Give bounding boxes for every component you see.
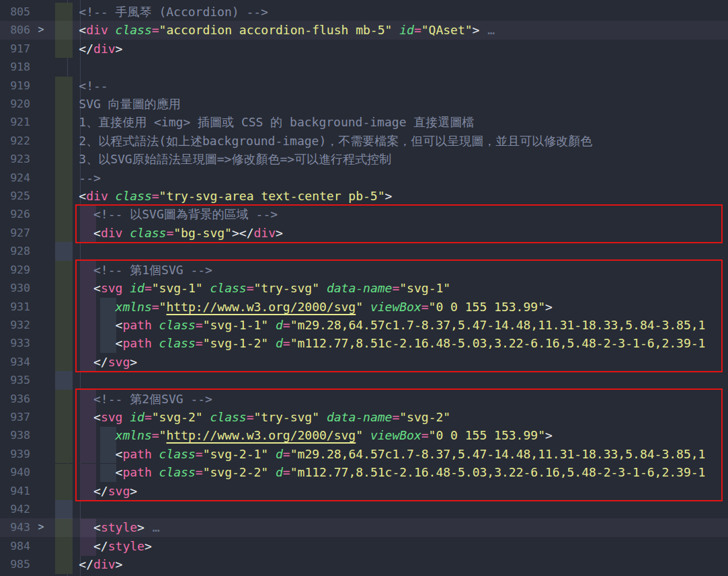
fold-gutter-spacer	[32, 390, 50, 408]
line-number: 935	[0, 371, 32, 389]
code-line[interactable]: 929 <!-- 第1個SVG -->	[0, 261, 728, 279]
token-p: <	[79, 23, 86, 37]
token-s: "svg-2"	[399, 410, 450, 424]
code-editor: 805 <!-- 手風琴 (Accordion) -->806> <div cl…	[0, 0, 728, 576]
code-line[interactable]: 940 <path class="svg-2-2" d="m112.77,8.5…	[0, 463, 728, 481]
code-line[interactable]: 935	[0, 371, 728, 389]
code-line[interactable]: 923 3、以SVG原始語法呈現圖=>修改顏色=>可以進行程式控制	[0, 150, 728, 168]
code-line[interactable]: 926 <!-- 以SVG圖為背景的區域 -->	[0, 205, 728, 223]
token-e: =	[196, 447, 203, 461]
fold-gutter-spacer	[32, 77, 50, 95]
token-x	[363, 428, 370, 442]
code-line[interactable]: 805 <!-- 手風琴 (Accordion) -->	[0, 3, 728, 21]
token-a: viewBox	[370, 300, 421, 314]
token-t: div	[93, 557, 116, 571]
code-line[interactable]: 939 <path class="svg-2-1" d="m29.28,64.5…	[0, 445, 728, 463]
token-s: "m29.28,64.57c1.7-8.37,5.47-14.48,11.31-…	[290, 447, 706, 461]
token-p: <	[116, 465, 123, 479]
token-p: <	[93, 281, 101, 295]
token-e: =	[421, 428, 429, 442]
fold-gutter-spacer	[32, 463, 50, 481]
token-a: d	[276, 318, 283, 332]
code-line[interactable]: 925 <div class="try-svg-area text-center…	[0, 187, 728, 205]
token-t: path	[122, 447, 151, 461]
token-x	[152, 447, 159, 461]
fold-gutter-spacer	[32, 113, 50, 131]
token-x	[319, 410, 327, 424]
line-number: 920	[0, 95, 32, 113]
code-line[interactable]: 920 SVG 向量圖的應用	[0, 95, 728, 113]
code-line[interactable]: 928	[0, 242, 728, 260]
fold-gutter-spacer	[32, 408, 50, 426]
code-line[interactable]: 936 <!-- 第2個SVG -->	[0, 390, 728, 408]
fold-gutter-spacer	[32, 242, 50, 260]
token-x	[152, 465, 159, 479]
token-p: <	[93, 410, 101, 424]
code-text: SVG 向量圖的應用	[50, 95, 728, 113]
fold-gutter-spacer	[32, 537, 50, 555]
token-e: =	[152, 189, 159, 203]
fold-chevron-icon[interactable]: >	[32, 21, 50, 39]
token-a: class	[159, 447, 196, 461]
token-c: 2、以程式語法(如上述background-image)，不需要檔案，但可以呈現…	[79, 134, 592, 148]
token-s: "m112.77,8.51c-2.16.48-5.03,3.22-6.16,5.…	[290, 465, 706, 479]
code-line[interactable]: 932 <path class="svg-1-1" d="m29.28,64.5…	[0, 316, 728, 334]
code-line[interactable]: 938 xmlns="http://www.w3.org/2000/svg" v…	[0, 426, 728, 444]
code-text: 3、以SVG原始語法呈現圖=>修改顏色=>可以進行程式控制	[50, 150, 728, 168]
code-line[interactable]: 985 </div>	[0, 555, 728, 573]
token-t: div	[93, 42, 116, 56]
code-line[interactable]: 924 -->	[0, 169, 728, 187]
token-x	[152, 318, 159, 332]
code-line[interactable]: 927 <div class="bg-svg"></div>	[0, 224, 728, 242]
code-text: <div class="try-svg-area text-center pb-…	[50, 187, 728, 205]
token-a: class	[159, 336, 196, 350]
code-line[interactable]: 921 1、直接使用 <img> 插圖或 CSS 的 background-im…	[0, 113, 728, 131]
token-a: data-name	[327, 410, 393, 424]
token-e: =	[421, 300, 429, 314]
code-text: <path class="svg-1-2" d="m112.77,8.51c-2…	[50, 334, 728, 352]
code-line[interactable]: 984 </style>	[0, 537, 728, 555]
token-e: =	[152, 428, 159, 442]
line-number: 943	[0, 518, 32, 536]
code-line[interactable]: 934 </svg>	[0, 353, 728, 371]
token-s: "svg-2"	[152, 410, 203, 424]
line-number: 932	[0, 316, 32, 334]
code-line[interactable]: 919 <!--	[0, 77, 728, 95]
line-number: 806	[0, 21, 32, 39]
token-e: =	[283, 318, 290, 332]
code-area[interactable]: 805 <!-- 手風琴 (Accordion) -->806> <div cl…	[0, 0, 728, 576]
code-line[interactable]: 943> <style> …	[0, 518, 728, 536]
code-line[interactable]: 937 <svg id="svg-2" class="try-svg" data…	[0, 408, 728, 426]
token-s: "m112.77,8.51c-2.16.48-5.03,3.22-6.16,5.…	[290, 336, 706, 350]
line-number: 921	[0, 113, 32, 131]
code-line[interactable]: 930 <svg id="svg-1" class="try-svg" data…	[0, 279, 728, 297]
token-p: <	[93, 226, 101, 240]
code-line[interactable]: 917 </div>	[0, 40, 728, 58]
line-number: 936	[0, 390, 32, 408]
token-p: >	[473, 23, 480, 37]
code-line[interactable]: 941 </svg>	[0, 482, 728, 500]
code-line[interactable]: 918	[0, 58, 728, 76]
code-line[interactable]: 806> <div class="accordion accordion-flu…	[0, 21, 728, 39]
code-line[interactable]: 942	[0, 500, 728, 518]
code-line[interactable]: 931 xmlns="http://www.w3.org/2000/svg" v…	[0, 298, 728, 316]
token-s: "svg-2-2"	[203, 465, 269, 479]
fold-gutter-spacer	[32, 500, 50, 518]
fold-gutter-spacer	[32, 334, 50, 352]
token-a: class	[116, 23, 152, 37]
token-c: <!-- 以SVG圖為背景的區域 -->	[93, 207, 278, 221]
token-e: =	[283, 447, 290, 461]
code-line[interactable]: 933 <path class="svg-1-2" d="m112.77,8.5…	[0, 334, 728, 352]
token-s: "	[159, 300, 167, 314]
token-s: "try-svg-area text-center pb-5"	[159, 189, 385, 203]
line-number: 927	[0, 224, 32, 242]
code-text: <path class="svg-1-1" d="m29.28,64.57c1.…	[50, 316, 728, 334]
token-a: data-name	[327, 281, 393, 295]
fold-chevron-icon[interactable]: >	[32, 518, 50, 536]
code-line[interactable]: 922 2、以程式語法(如上述background-image)，不需要檔案，但…	[0, 132, 728, 150]
token-s: "	[356, 428, 363, 442]
line-number: 939	[0, 445, 32, 463]
code-text: <svg id="svg-2" class="try-svg" data-nam…	[50, 408, 728, 426]
token-a: xmlns	[116, 428, 152, 442]
token-p: >	[145, 539, 152, 553]
